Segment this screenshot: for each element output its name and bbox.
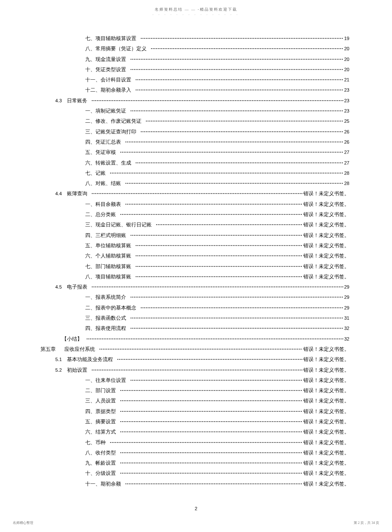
- page-reference: 26: [343, 127, 349, 137]
- toc-title: 七、币种: [85, 437, 110, 448]
- toc-title: 八、项目辅助核算账: [85, 272, 135, 282]
- dot-leader: [135, 261, 303, 272]
- toc-title: 七、记账: [85, 168, 110, 178]
- dot-leader: [120, 396, 303, 406]
- toc-entry: 五、摘要设置错误！未定义书签。: [40, 416, 349, 427]
- toc-title: 十二、期初余额录入: [85, 85, 135, 95]
- toc-entry: 六、结算方式错误！未定义书签。: [40, 427, 349, 437]
- page-number: 2: [0, 506, 392, 511]
- toc-entry: 二、修改、作废记账凭证25: [40, 116, 349, 126]
- toc-title: 六、个人辅助核算账: [85, 251, 135, 261]
- page-reference: 错误！未定义书签。: [303, 479, 349, 489]
- page-reference: 错误！未定义书签。: [303, 468, 349, 478]
- toc-title: 四、三栏式明细账: [85, 230, 130, 240]
- toc-entry: 一、报表系统简介29: [40, 292, 349, 302]
- toc-entry: 第五章应收应付系统错误！未定义书签。: [40, 344, 349, 354]
- page-reference: 错误！未定义书签。: [303, 230, 349, 240]
- toc-title: 三、记账凭证查询打印: [85, 127, 141, 137]
- toc-entry: 一、往来单位设置错误！未定义书签。: [40, 375, 349, 385]
- toc-entry: 二、报表中的基本概念29: [40, 303, 349, 313]
- toc-entry: 十、凭证类型设置20: [40, 64, 349, 75]
- toc-title: 七、部门辅助核算账: [85, 261, 135, 272]
- toc-entry: 十一、会计科目设置21: [40, 75, 349, 85]
- toc-title: 六、转账设置、生成: [85, 158, 135, 168]
- toc-entry: 一、科目余额表错误！未定义书签。: [40, 199, 349, 209]
- page-reference: 23: [343, 85, 349, 95]
- dot-leader: [120, 458, 303, 468]
- toc-entry: 八、对账、结账28: [40, 178, 349, 188]
- dot-leader: [156, 220, 303, 230]
- toc-title: 基本功能及业务流程: [67, 354, 117, 364]
- toc-title: 日常账务: [67, 95, 92, 106]
- dot-leader: [120, 385, 303, 396]
- toc-entry: 五、凭证审核27: [40, 147, 349, 157]
- toc-title: 一、科目余额表: [85, 199, 125, 209]
- toc-entry: 八、常用摘要（凭证）定义20: [40, 43, 349, 54]
- dot-leader: [151, 43, 343, 54]
- dot-leader: [110, 437, 303, 448]
- page-reference: 错误！未定义书签。: [303, 437, 349, 448]
- page-reference: 20: [343, 43, 349, 54]
- toc-title: 四、票据类型: [85, 406, 120, 416]
- toc-entry: 4.3日常账务23: [40, 95, 349, 106]
- dot-leader: [130, 230, 303, 240]
- toc-entry: 5.2初始设置错误！未定义书签。: [40, 365, 349, 375]
- toc-entry: 四、凭证汇总表26: [40, 137, 349, 147]
- dot-leader: [125, 199, 303, 209]
- toc-entry: 七、记账28: [40, 168, 349, 178]
- toc-title: 初始设置: [67, 365, 92, 375]
- toc-title: 【小结】: [40, 334, 86, 344]
- page-reference: 27: [343, 147, 349, 157]
- toc-title: 七、项目辅助核算设置: [85, 33, 141, 43]
- toc-title: 八、对账、结账: [85, 178, 125, 188]
- dot-leader: [135, 158, 343, 168]
- page-footer: 名师精心整理 第 2 页，共 34 页: [0, 520, 392, 525]
- page-reference: 错误！未定义书签。: [303, 344, 349, 354]
- page-reference: 错误！未定义书签。: [303, 272, 349, 282]
- toc-title: 十一、期初余额: [85, 479, 125, 489]
- dot-leader: [120, 468, 303, 478]
- page-reference: 20: [343, 64, 349, 75]
- dot-leader: [135, 251, 303, 261]
- dot-leader: [120, 448, 303, 458]
- toc-entry: 4.4账簿查询错误！未定义书签。: [40, 188, 349, 199]
- toc-title: 一、填制记账凭证: [85, 106, 130, 116]
- toc-title: 八、收付类型: [85, 448, 120, 458]
- dot-leader: [130, 54, 343, 64]
- toc-entry: 六、个人辅助核算账错误！未定义书签。: [40, 251, 349, 261]
- toc-title: 十、凭证类型设置: [85, 64, 130, 75]
- toc-title: 五、摘要设置: [85, 416, 120, 427]
- page-reference: 29: [343, 303, 349, 313]
- chapter-label: 第五章: [40, 344, 64, 354]
- page-reference: 错误！未定义书签。: [303, 354, 349, 364]
- dot-leader: [120, 209, 303, 220]
- toc-title: 二、修改、作废记账凭证: [85, 116, 146, 126]
- toc-title: 电子报表: [67, 282, 92, 292]
- dot-leader: [141, 303, 343, 313]
- table-of-contents: 七、项目辅助核算设置19八、常用摘要（凭证）定义20九、现金流量设置20十、凭证…: [40, 33, 349, 489]
- page-reference: 错误！未定义书签。: [303, 251, 349, 261]
- dot-leader: [125, 178, 343, 188]
- dot-leader: [130, 313, 343, 323]
- dot-leader: [120, 406, 303, 416]
- page-reference: 错误！未定义书签。: [303, 220, 349, 230]
- toc-entry: 七、部门辅助核算账错误！未定义书签。: [40, 261, 349, 272]
- page-reference: 31: [343, 313, 349, 323]
- footer-left: 名师精心整理: [13, 520, 33, 525]
- dot-leader: [120, 427, 303, 437]
- toc-title: 八、常用摘要（凭证）定义: [85, 43, 151, 54]
- toc-title: 五、单位辅助核算账: [85, 240, 135, 251]
- section-number: 5.1: [40, 354, 67, 364]
- section-number: 4.3: [40, 95, 67, 106]
- dot-leader: [120, 416, 303, 427]
- dot-leader: [146, 116, 343, 126]
- footer-right: 第 2 页，共 34 页: [354, 520, 379, 525]
- page-reference: 错误！未定义书签。: [303, 261, 349, 272]
- dot-leader: [130, 292, 343, 302]
- page-reference: 32: [343, 323, 349, 333]
- toc-entry: 三、报表函数公式31: [40, 313, 349, 323]
- toc-title: 二、部门设置: [85, 385, 120, 396]
- toc-entry: 一、填制记账凭证23: [40, 106, 349, 116]
- dot-leader: [130, 106, 343, 116]
- toc-entry: 二、部门设置错误！未定义书签。: [40, 385, 349, 396]
